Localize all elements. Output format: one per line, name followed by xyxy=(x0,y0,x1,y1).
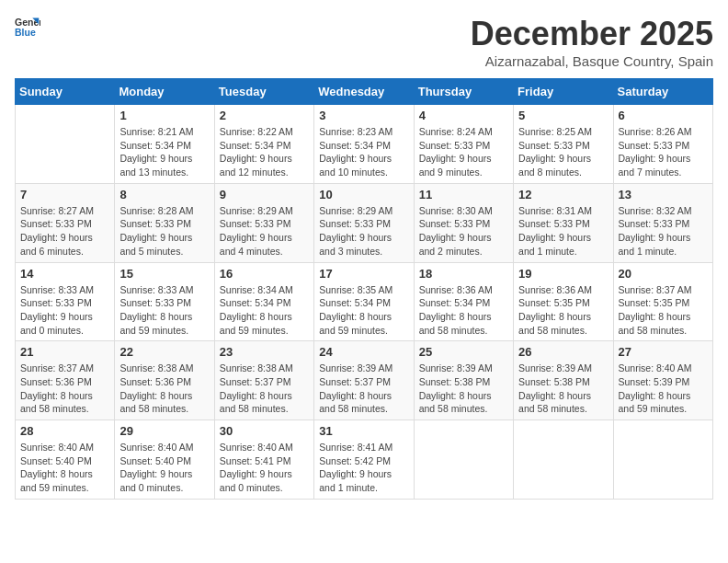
day-info: Sunrise: 8:26 AM Sunset: 5:33 PM Dayligh… xyxy=(619,125,708,179)
day-info: Sunrise: 8:40 AM Sunset: 5:40 PM Dayligh… xyxy=(20,441,109,495)
day-number: 15 xyxy=(119,267,209,281)
calendar-cell: 29Sunrise: 8:40 AM Sunset: 5:40 PM Dayli… xyxy=(115,420,214,500)
day-of-week-header: Wednesday xyxy=(314,79,414,105)
day-info: Sunrise: 8:22 AM Sunset: 5:34 PM Dayligh… xyxy=(220,125,309,179)
day-number: 8 xyxy=(119,188,209,201)
calendar-cell: 5Sunrise: 8:25 AM Sunset: 5:33 PM Daylig… xyxy=(514,105,613,184)
calendar-cell: 4Sunrise: 8:24 AM Sunset: 5:33 PM Daylig… xyxy=(414,105,513,184)
day-info: Sunrise: 8:24 AM Sunset: 5:33 PM Dayligh… xyxy=(419,125,508,179)
calendar-cell: 6Sunrise: 8:26 AM Sunset: 5:33 PM Daylig… xyxy=(613,105,712,184)
day-number: 17 xyxy=(319,267,408,281)
calendar-cell: 11Sunrise: 8:30 AM Sunset: 5:33 PM Dayli… xyxy=(414,183,513,262)
day-info: Sunrise: 8:40 AM Sunset: 5:39 PM Dayligh… xyxy=(619,362,708,416)
calendar-cell xyxy=(613,420,712,500)
day-info: Sunrise: 8:29 AM Sunset: 5:33 PM Dayligh… xyxy=(319,204,408,259)
calendar-cell xyxy=(514,420,613,500)
calendar-cell: 17Sunrise: 8:35 AM Sunset: 5:34 PM Dayli… xyxy=(314,262,414,341)
calendar-table: SundayMondayTuesdayWednesdayThursdayFrid… xyxy=(15,78,713,500)
day-info: Sunrise: 8:39 AM Sunset: 5:38 PM Dayligh… xyxy=(518,362,608,416)
day-info: Sunrise: 8:41 AM Sunset: 5:42 PM Dayligh… xyxy=(319,441,408,495)
day-number: 19 xyxy=(518,267,608,281)
calendar-cell: 15Sunrise: 8:33 AM Sunset: 5:33 PM Dayli… xyxy=(115,262,214,341)
day-number: 16 xyxy=(220,267,309,281)
calendar-week-row: 28Sunrise: 8:40 AM Sunset: 5:40 PM Dayli… xyxy=(16,420,713,500)
day-info: Sunrise: 8:39 AM Sunset: 5:38 PM Dayligh… xyxy=(419,362,508,416)
calendar-cell: 13Sunrise: 8:32 AM Sunset: 5:33 PM Dayli… xyxy=(613,183,712,262)
day-info: Sunrise: 8:23 AM Sunset: 5:34 PM Dayligh… xyxy=(319,125,408,179)
calendar-cell: 30Sunrise: 8:40 AM Sunset: 5:41 PM Dayli… xyxy=(214,420,313,500)
logo: General Blue xyxy=(15,15,40,40)
calendar-header-row: SundayMondayTuesdayWednesdayThursdayFrid… xyxy=(16,79,713,105)
svg-text:Blue: Blue xyxy=(15,27,36,38)
day-of-week-header: Sunday xyxy=(16,79,115,105)
calendar-cell: 23Sunrise: 8:38 AM Sunset: 5:37 PM Dayli… xyxy=(214,341,313,420)
calendar-cell: 7Sunrise: 8:27 AM Sunset: 5:33 PM Daylig… xyxy=(16,183,115,262)
day-info: Sunrise: 8:34 AM Sunset: 5:34 PM Dayligh… xyxy=(220,283,309,338)
subtitle: Aizarnazabal, Basque Country, Spain xyxy=(471,53,713,69)
day-number: 24 xyxy=(319,345,408,359)
calendar-cell: 19Sunrise: 8:36 AM Sunset: 5:35 PM Dayli… xyxy=(514,262,613,341)
day-info: Sunrise: 8:33 AM Sunset: 5:33 PM Dayligh… xyxy=(119,283,209,338)
day-number: 30 xyxy=(220,424,309,438)
day-info: Sunrise: 8:30 AM Sunset: 5:33 PM Dayligh… xyxy=(419,204,508,259)
day-info: Sunrise: 8:39 AM Sunset: 5:37 PM Dayligh… xyxy=(319,362,408,416)
day-number: 21 xyxy=(20,345,109,359)
day-info: Sunrise: 8:25 AM Sunset: 5:33 PM Dayligh… xyxy=(518,125,608,179)
day-info: Sunrise: 8:40 AM Sunset: 5:40 PM Dayligh… xyxy=(119,441,209,495)
day-of-week-header: Friday xyxy=(514,79,613,105)
day-number: 2 xyxy=(220,109,309,122)
day-number: 18 xyxy=(419,267,508,281)
day-number: 13 xyxy=(619,188,708,201)
calendar-cell xyxy=(16,105,115,184)
day-info: Sunrise: 8:40 AM Sunset: 5:41 PM Dayligh… xyxy=(220,441,309,495)
calendar-week-row: 14Sunrise: 8:33 AM Sunset: 5:33 PM Dayli… xyxy=(16,262,713,341)
day-number: 14 xyxy=(20,267,109,281)
day-info: Sunrise: 8:36 AM Sunset: 5:35 PM Dayligh… xyxy=(518,283,608,338)
day-number: 26 xyxy=(518,345,608,359)
calendar-cell: 24Sunrise: 8:39 AM Sunset: 5:37 PM Dayli… xyxy=(314,341,414,420)
calendar-week-row: 7Sunrise: 8:27 AM Sunset: 5:33 PM Daylig… xyxy=(16,183,713,262)
day-number: 28 xyxy=(20,424,109,438)
day-info: Sunrise: 8:38 AM Sunset: 5:37 PM Dayligh… xyxy=(220,362,309,416)
logo-icon: General Blue xyxy=(15,15,40,40)
day-number: 1 xyxy=(119,109,209,122)
header: General Blue December 2025 Aizarnazabal,… xyxy=(15,15,713,69)
day-number: 12 xyxy=(518,188,608,201)
calendar-cell: 20Sunrise: 8:37 AM Sunset: 5:35 PM Dayli… xyxy=(613,262,712,341)
calendar-cell: 18Sunrise: 8:36 AM Sunset: 5:34 PM Dayli… xyxy=(414,262,513,341)
day-info: Sunrise: 8:31 AM Sunset: 5:33 PM Dayligh… xyxy=(518,204,608,259)
calendar-cell: 27Sunrise: 8:40 AM Sunset: 5:39 PM Dayli… xyxy=(613,341,712,420)
calendar-cell: 21Sunrise: 8:37 AM Sunset: 5:36 PM Dayli… xyxy=(16,341,115,420)
day-number: 10 xyxy=(319,188,408,201)
calendar-cell: 10Sunrise: 8:29 AM Sunset: 5:33 PM Dayli… xyxy=(314,183,414,262)
calendar-cell xyxy=(414,420,513,500)
day-number: 11 xyxy=(419,188,508,201)
day-number: 22 xyxy=(119,345,209,359)
title-area: December 2025 Aizarnazabal, Basque Count… xyxy=(471,15,713,69)
day-info: Sunrise: 8:21 AM Sunset: 5:34 PM Dayligh… xyxy=(119,125,209,179)
calendar-cell: 8Sunrise: 8:28 AM Sunset: 5:33 PM Daylig… xyxy=(115,183,214,262)
day-info: Sunrise: 8:36 AM Sunset: 5:34 PM Dayligh… xyxy=(419,283,508,338)
day-number: 6 xyxy=(619,109,708,122)
calendar-cell: 9Sunrise: 8:29 AM Sunset: 5:33 PM Daylig… xyxy=(214,183,313,262)
day-of-week-header: Tuesday xyxy=(214,79,313,105)
main-title: December 2025 xyxy=(471,15,713,53)
day-of-week-header: Thursday xyxy=(414,79,513,105)
day-info: Sunrise: 8:32 AM Sunset: 5:33 PM Dayligh… xyxy=(619,204,708,259)
day-number: 25 xyxy=(419,345,508,359)
day-number: 5 xyxy=(518,109,608,122)
day-of-week-header: Monday xyxy=(115,79,214,105)
day-info: Sunrise: 8:37 AM Sunset: 5:36 PM Dayligh… xyxy=(20,362,109,416)
day-info: Sunrise: 8:29 AM Sunset: 5:33 PM Dayligh… xyxy=(220,204,309,259)
calendar-cell: 22Sunrise: 8:38 AM Sunset: 5:36 PM Dayli… xyxy=(115,341,214,420)
day-info: Sunrise: 8:35 AM Sunset: 5:34 PM Dayligh… xyxy=(319,283,408,338)
calendar-cell: 31Sunrise: 8:41 AM Sunset: 5:42 PM Dayli… xyxy=(314,420,414,500)
day-info: Sunrise: 8:27 AM Sunset: 5:33 PM Dayligh… xyxy=(20,204,109,259)
day-of-week-header: Saturday xyxy=(613,79,712,105)
calendar-cell: 16Sunrise: 8:34 AM Sunset: 5:34 PM Dayli… xyxy=(214,262,313,341)
calendar-cell: 26Sunrise: 8:39 AM Sunset: 5:38 PM Dayli… xyxy=(514,341,613,420)
day-info: Sunrise: 8:38 AM Sunset: 5:36 PM Dayligh… xyxy=(119,362,209,416)
calendar-cell: 14Sunrise: 8:33 AM Sunset: 5:33 PM Dayli… xyxy=(16,262,115,341)
day-number: 7 xyxy=(20,188,109,201)
calendar-cell: 28Sunrise: 8:40 AM Sunset: 5:40 PM Dayli… xyxy=(16,420,115,500)
